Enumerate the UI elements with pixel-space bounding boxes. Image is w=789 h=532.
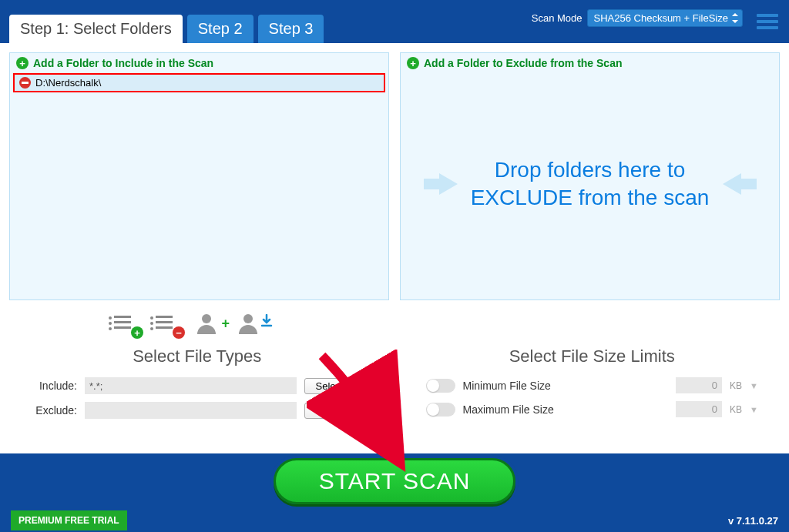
size-limits-column: Select File Size Limits Minimum File Siz… [426, 346, 759, 427]
remove-icon[interactable] [19, 77, 31, 89]
add-user-button[interactable]: + [197, 314, 225, 337]
folder-panels: + Add a Folder to Include in the Scan D:… [0, 43, 789, 309]
tab-step3[interactable]: Step 3 [258, 15, 324, 43]
remove-list-button[interactable]: − [156, 314, 183, 337]
divider [394, 370, 395, 427]
max-unit: KB [730, 404, 742, 415]
exclude-label: Exclude: [31, 404, 77, 417]
folder-path: D:\Nerdschalk\ [35, 77, 101, 89]
exclude-drop-zone[interactable]: Drop folders here to EXCLUDE from the sc… [408, 76, 771, 292]
arrow-right-icon [439, 173, 458, 195]
include-label: Include: [31, 380, 77, 392]
arrow-left-icon [723, 173, 741, 195]
file-types-title: Select File Types [31, 346, 364, 366]
list-toolbar: + − + [0, 314, 789, 337]
include-select-button[interactable]: Select... [304, 378, 364, 394]
scan-mode-select[interactable]: SHA256 Checksum + FileSize [587, 9, 744, 27]
max-unit-dropdown[interactable]: ▼ [750, 405, 758, 414]
included-folder-row[interactable]: D:\Nerdschalk\ [13, 73, 385, 92]
version-label: v 7.11.0.27 [728, 515, 778, 527]
min-unit: KB [730, 380, 742, 391]
bottom-bar: PREMIUM FREE TRIAL v 7.11.0.27 [0, 509, 789, 532]
exclude-drop-text: Drop folders here to EXCLUDE from the sc… [467, 156, 713, 212]
include-types-input[interactable] [85, 377, 297, 394]
scan-mode: Scan Mode SHA256 Checksum + FileSize [532, 9, 743, 27]
tab-step1[interactable]: Step 1: Select Folders [9, 15, 183, 43]
trial-badge[interactable]: PREMIUM FREE TRIAL [11, 510, 127, 530]
max-size-toggle[interactable] [426, 403, 455, 417]
include-panel: + Add a Folder to Include in the Scan D:… [9, 52, 389, 300]
file-types-column: Select File Types Include: Select... Exc… [31, 346, 364, 427]
min-unit-dropdown[interactable]: ▼ [750, 381, 758, 390]
max-size-input[interactable] [676, 401, 722, 417]
add-include-folder-button[interactable]: + Add a Folder to Include in the Scan [10, 53, 388, 73]
exclude-types-input[interactable] [85, 402, 297, 419]
tab-step2[interactable]: Step 2 [187, 15, 253, 43]
min-size-label: Minimum File Size [463, 380, 669, 392]
exclude-select-button[interactable]: Select... [304, 403, 364, 419]
size-limits-title: Select File Size Limits [426, 346, 759, 366]
scan-mode-label: Scan Mode [532, 12, 583, 24]
plus-icon: + [407, 57, 419, 69]
exclude-panel[interactable]: + Add a Folder to Exclude from the Scan … [400, 52, 780, 300]
min-size-input[interactable] [676, 377, 722, 393]
add-exclude-folder-button[interactable]: + Add a Folder to Exclude from the Scan [401, 53, 779, 73]
hamburger-icon[interactable] [757, 14, 778, 31]
plus-icon: + [16, 57, 29, 69]
add-list-button[interactable]: + [114, 314, 142, 337]
add-exclude-label: Add a Folder to Exclude from the Scan [424, 57, 622, 69]
download-user-button[interactable] [239, 314, 267, 337]
max-size-label: Maximum File Size [463, 403, 669, 416]
filters-section: Select File Types Include: Select... Exc… [0, 337, 789, 427]
start-scan-bar: START SCAN [0, 453, 789, 509]
add-include-label: Add a Folder to Include in the Scan [33, 57, 213, 69]
min-size-toggle[interactable] [426, 379, 455, 393]
top-bar: Step 1: Select Folders Step 2 Step 3 Sca… [0, 0, 789, 43]
start-scan-button[interactable]: START SCAN [274, 458, 516, 504]
